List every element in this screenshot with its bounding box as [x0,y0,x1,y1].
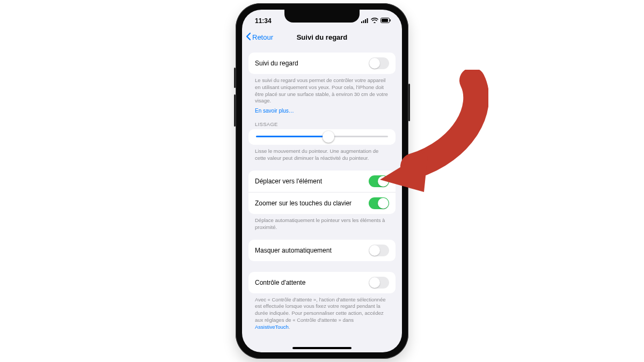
wifi-icon [371,17,378,25]
row-dwell-control[interactable]: Contrôle d'attente [248,272,396,293]
footer-dwell: Avec « Contrôle d'attente », l'action d'… [248,293,396,332]
row-label: Déplacer vers l'élément [255,178,322,185]
svg-rect-2 [365,19,366,23]
signal-icon [361,17,369,25]
svg-rect-3 [367,18,368,23]
row-auto-hide[interactable]: Masquer automatiquement [248,240,396,261]
svg-rect-5 [382,19,388,22]
page-title: Suivi du regard [242,33,402,41]
toggle-dwell-control[interactable] [369,277,389,289]
row-zoom-keyboard[interactable]: Zoomer sur les touches du clavier [248,192,396,214]
row-label: Suivi du regard [255,60,298,67]
nav-bar: Retour Suivi du regard [242,28,402,46]
svg-rect-1 [363,20,364,23]
row-label: Zoomer sur les touches du clavier [255,200,352,207]
home-indicator[interactable] [292,347,352,349]
toggle-auto-hide[interactable] [369,245,389,256]
notch [284,10,360,23]
annotation-arrow-icon [370,70,488,188]
row-label: Contrôle d'attente [255,279,305,286]
battery-icon [380,17,391,25]
assistivetouch-link[interactable]: AssistiveTouch [255,324,289,330]
svg-marker-7 [380,150,428,192]
svg-rect-6 [390,19,391,21]
toggle-eye-tracking[interactable] [369,57,389,69]
footer-snap: Déplace automatiquement le pointeur vers… [248,214,396,232]
toggle-zoom-keyboard[interactable] [369,197,389,209]
group-hide: Masquer automatiquement [248,240,396,261]
status-time: 11:34 [255,17,272,25]
svg-rect-0 [361,21,362,23]
row-label: Masquer automatiquement [255,247,332,254]
group-dwell: Contrôle d'attente [248,272,396,293]
footer-dwell-text: Avec « Contrôle d'attente », l'action d'… [255,297,385,323]
